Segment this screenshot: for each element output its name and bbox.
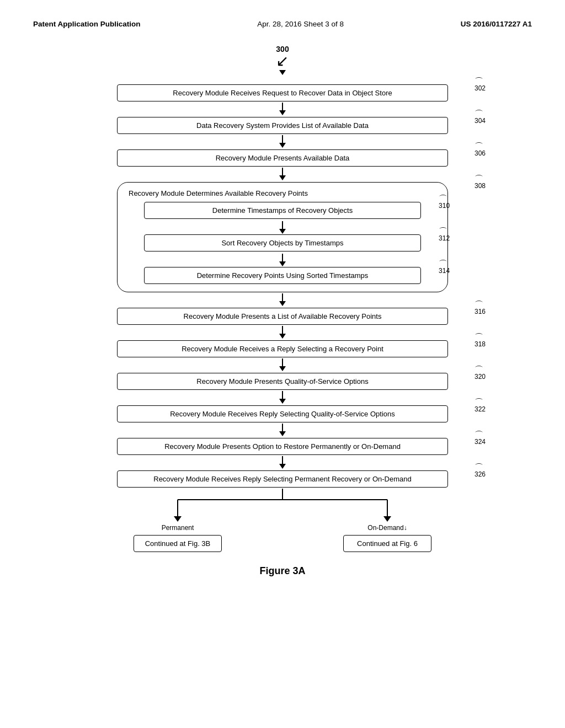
box-312: Sort Recovery Objects by Timestamps — [144, 234, 421, 251]
arrow-5 — [279, 326, 286, 339]
figure-caption: Figure 3A — [259, 565, 305, 577]
box-326: Recovery Module Receives Reply Selecting… — [117, 470, 448, 488]
ref-304: ⌒ 304 — [475, 111, 486, 125]
branch-left: Permanent Continued at Fig. 3B — [117, 524, 238, 552]
box-318: Recovery Module Receives a Reply Selecti… — [117, 340, 448, 357]
ref-326: ⌒ 326 — [475, 465, 486, 478]
branch-right-label: On-Demand↓ — [367, 524, 407, 532]
arrow-in-group-2 — [279, 254, 286, 267]
ref-310: ⌒ 310 — [439, 196, 450, 210]
box-304: Data Recovery System Provides List of Av… — [117, 117, 448, 134]
header: Patent Application Publication Apr. 28, … — [0, 0, 565, 39]
branch-right-box: Continued at Fig. 6 — [343, 535, 431, 552]
ref-312: ⌒ 312 — [439, 229, 450, 242]
arrow-to-302 — [279, 70, 286, 83]
box-320: Recovery Module Presents Quality-of-Serv… — [117, 373, 448, 390]
header-center: Apr. 28, 2016 Sheet 3 of 8 — [257, 20, 344, 28]
branch-left-label: Permanent — [162, 524, 194, 532]
ref-308: ⌒ 308 — [475, 176, 486, 190]
arrow-2 — [279, 135, 286, 148]
svg-marker-5 — [383, 516, 391, 522]
arrow-9 — [279, 456, 286, 469]
ref-320: ⌒ 320 — [475, 367, 486, 381]
header-left: Patent Application Publication — [33, 20, 141, 28]
box-324: Recovery Module Presents Option to Resto… — [117, 438, 448, 455]
arrow-4 — [279, 293, 286, 307]
box-316: Recovery Module Presents a List of Avail… — [117, 308, 448, 325]
ref-306: ⌒ 306 — [475, 144, 486, 157]
svg-marker-3 — [174, 516, 182, 522]
arrow-8 — [279, 424, 286, 437]
start-symbol: ↙ — [276, 53, 289, 69]
branch-left-box: Continued at Fig. 3B — [134, 535, 222, 552]
ref-314: ⌒ 314 — [439, 261, 450, 275]
ref-324: ⌒ 324 — [475, 432, 486, 446]
arrow-6 — [279, 358, 286, 372]
arrow-1 — [279, 103, 286, 116]
box-302: Recovery Module Receives Request to Reco… — [117, 84, 448, 101]
ref-302: ⌒ 302 — [475, 79, 486, 92]
ref-322: ⌒ 322 — [475, 400, 486, 413]
flowchart: 300 ↙ Recovery Module Receives Request t… — [89, 45, 476, 552]
arrow-3 — [279, 168, 286, 181]
branch-right: On-Demand↓ Continued at Fig. 6 — [327, 524, 448, 552]
box-306: Recovery Module Presents Available Data — [117, 149, 448, 167]
ref-316: ⌒ 316 — [475, 302, 486, 315]
arrow-in-group-1 — [279, 221, 286, 234]
box-310: Determine Timestamps of Recovery Objects — [144, 202, 421, 219]
box-322: Recovery Module Receives Reply Selecting… — [117, 405, 448, 422]
box-314: Determine Recovery Points Using Sorted T… — [144, 267, 421, 284]
arrow-7 — [279, 391, 286, 404]
group-title-308: Recovery Module Determines Available Rec… — [129, 189, 308, 197]
group-box-308: Recovery Module Determines Available Rec… — [117, 182, 448, 292]
ref-318: ⌒ 318 — [475, 335, 486, 348]
header-right: US 2016/0117227 A1 — [461, 20, 532, 28]
diagram: 300 ↙ Recovery Module Receives Request t… — [0, 39, 565, 593]
page: Patent Application Publication Apr. 28, … — [0, 0, 565, 728]
